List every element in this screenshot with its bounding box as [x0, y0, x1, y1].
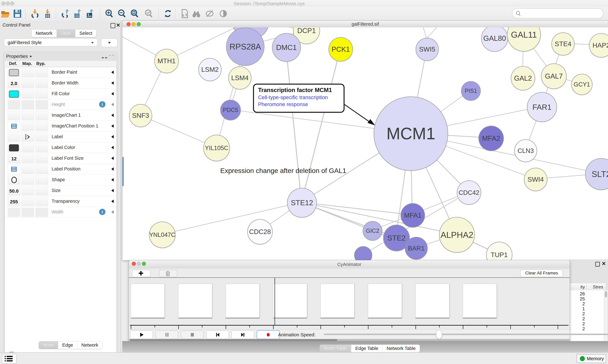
scrollbar-thumb[interactable]	[605, 291, 607, 297]
default-value-cell[interactable]	[8, 208, 20, 217]
open-folder-icon[interactable]	[1, 9, 10, 18]
default-value-cell[interactable]	[8, 132, 20, 142]
bypass-cell[interactable]	[35, 90, 48, 99]
network-node-yil105c[interactable]: YIL105C	[203, 135, 230, 161]
save-icon[interactable]	[13, 9, 22, 18]
info-icon[interactable]: i	[99, 101, 105, 107]
tab-network-style[interactable]: Network	[77, 341, 102, 349]
frame-thumbnail-1[interactable]	[178, 284, 212, 318]
property-row-size[interactable]: 50.0Size	[5, 185, 117, 196]
network-node-ynl047c[interactable]: YNL047C	[149, 221, 176, 248]
table-row[interactable]: 26	[570, 291, 585, 297]
annotation-box[interactable]: Transcription factor MCM1 Cell-type-spec…	[253, 84, 345, 113]
network-node-gal11[interactable]: GAL11	[507, 27, 541, 52]
property-row-label-position[interactable]: Label Position	[5, 164, 117, 175]
mapping-cell[interactable]	[22, 197, 34, 206]
pause-button[interactable]	[155, 330, 178, 339]
annotation-link[interactable]: Pheromone response	[258, 101, 344, 107]
show-panel-icon[interactable]	[219, 9, 228, 18]
mapping-cell[interactable]	[22, 186, 34, 195]
default-value-cell[interactable]	[8, 90, 20, 99]
default-value-cell[interactable]	[8, 68, 20, 77]
network-node-pis1[interactable]: PIS1	[461, 81, 481, 101]
mapping-cell[interactable]	[22, 176, 34, 184]
expand-property-icon[interactable]	[111, 200, 114, 203]
bypass-cell[interactable]	[35, 154, 48, 163]
memory-button[interactable]: Memory	[577, 354, 606, 363]
expand-property-icon[interactable]	[111, 167, 114, 171]
network-node-gic2[interactable]: GIC2	[363, 221, 382, 241]
network-node-gal7[interactable]: GAL7	[541, 64, 567, 89]
expand-property-icon[interactable]	[111, 71, 114, 74]
cyanimator-titlebar[interactable]: CyAnimator	[129, 260, 570, 269]
bypass-cell[interactable]	[35, 197, 48, 206]
refresh-icon[interactable]	[163, 9, 172, 18]
property-row-width[interactable]: Widthi	[5, 207, 117, 218]
mapping-cell[interactable]	[22, 79, 34, 88]
tab-select[interactable]: Select	[75, 30, 97, 37]
bypass-cell[interactable]	[35, 79, 48, 88]
mapping-cell[interactable]	[22, 111, 34, 120]
stop-button[interactable]	[181, 330, 204, 339]
property-row-label-font-size[interactable]: 12Label Font Size	[5, 153, 117, 164]
hide-panel-icon[interactable]	[205, 9, 214, 18]
expand-property-icon[interactable]	[111, 135, 114, 139]
network-node-ste4[interactable]: STE4	[552, 32, 575, 55]
default-value-cell[interactable]	[8, 100, 20, 109]
network-node-mcm1[interactable]: MCM1	[374, 96, 448, 171]
mapping-cell[interactable]	[22, 90, 34, 99]
mapping-cell[interactable]	[22, 68, 34, 77]
close-window-icon[interactable]	[1, 1, 5, 6]
table-row[interactable]: 25	[570, 296, 585, 301]
add-frame-button[interactable]	[132, 270, 151, 277]
network-node-node_b[interactable]	[354, 246, 372, 260]
default-value-cell[interactable]	[8, 176, 20, 184]
bypass-cell[interactable]	[35, 132, 48, 142]
frame-thumbnail-2[interactable]	[226, 284, 260, 318]
tab-edge-table[interactable]: Edge Table	[351, 345, 382, 352]
zoom-in-icon[interactable]	[105, 9, 114, 18]
animation-speed-slider[interactable]	[324, 334, 608, 335]
export-network-icon[interactable]	[61, 9, 70, 18]
network-node-pck1[interactable]: PCK1	[329, 37, 353, 62]
bypass-cell[interactable]	[35, 176, 48, 184]
default-value-cell[interactable]: 255	[8, 197, 20, 206]
clear-all-frames-button[interactable]: Clear All Frames	[520, 269, 563, 277]
mapping-cell[interactable]	[22, 154, 34, 163]
mapping-cell[interactable]	[22, 208, 34, 217]
network-node-swi4[interactable]: SWI4	[524, 168, 547, 191]
expand-all-icon[interactable]: ⌄⌄	[101, 54, 108, 59]
mapping-cell[interactable]	[22, 132, 34, 142]
network-node-gal80[interactable]: GAL80	[481, 27, 508, 52]
frame-thumbnail-4[interactable]	[320, 284, 354, 318]
tab-style[interactable]: Style	[56, 30, 75, 37]
network-node-mfa1[interactable]: MFA1	[401, 203, 425, 228]
network-node-slt2[interactable]: SLT2	[585, 158, 608, 190]
table-row[interactable]: 2	[570, 321, 585, 326]
column-divider[interactable]	[586, 284, 586, 290]
go-to-start-button[interactable]	[206, 330, 229, 339]
import-table-icon[interactable]	[43, 9, 52, 18]
bypass-cell[interactable]	[35, 100, 48, 109]
network-node-cln3[interactable]: CLN3	[514, 139, 537, 162]
network-window-titlebar[interactable]: galFiltered.sif	[122, 21, 608, 27]
style-options-button[interactable]	[101, 38, 117, 47]
property-row-height[interactable]: Heighti	[5, 99, 117, 110]
mapping-cell[interactable]	[22, 143, 34, 152]
bypass-cell[interactable]	[35, 165, 48, 174]
property-row-shape[interactable]: Shape	[5, 175, 117, 185]
network-node-snf3[interactable]: SNF3	[129, 104, 152, 127]
default-value-cell[interactable]	[8, 111, 20, 120]
bypass-cell[interactable]	[35, 143, 48, 152]
network-node-rps28a[interactable]: RPS28A	[226, 27, 264, 66]
zoom-out-icon[interactable]	[117, 9, 126, 18]
bypass-cell[interactable]	[35, 208, 48, 217]
expand-property-icon[interactable]	[111, 146, 114, 149]
network-canvas[interactable]: RPS28ADCP1DMC1PCK1SWI5GAL80GAL11STE4HAP2…	[122, 27, 608, 260]
property-row-transparency[interactable]: 255Transparency	[5, 196, 117, 207]
bypass-cell[interactable]	[35, 122, 48, 131]
network-node-dmc1[interactable]: DMC1	[272, 33, 301, 62]
record-button[interactable]	[257, 330, 280, 339]
network-node-gal2[interactable]: GAL2	[511, 66, 535, 91]
bypass-cell[interactable]	[35, 186, 48, 195]
